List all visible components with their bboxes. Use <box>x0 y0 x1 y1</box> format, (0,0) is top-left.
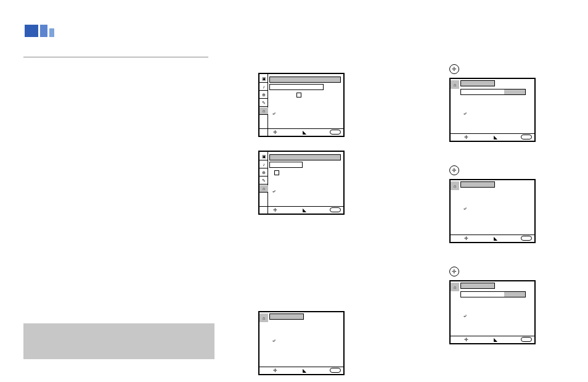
lcd-sidebar: ⌂ <box>259 312 268 374</box>
lcd-sidebar: ⌂ <box>451 281 459 343</box>
lcd-screen-1: ▣ ♪ ⊕ ✎ ⌂ ⤶ ✛ ◣ <box>258 73 345 137</box>
logo-bar-2 <box>40 25 47 37</box>
menu-pill <box>330 130 341 135</box>
setup-icon: ⌂ <box>451 283 459 291</box>
plus-icon: ✛ <box>273 130 277 135</box>
setup-icon: ⌂ <box>259 107 268 115</box>
lcd-bottombar: ✛ ◣ <box>451 235 534 242</box>
globe-icon: ⊕ <box>259 169 268 176</box>
menu-row-highlight <box>269 313 304 320</box>
camera-icon: ▣ <box>259 153 268 160</box>
wrench-icon: ✎ <box>259 99 268 107</box>
lcd-screen-5: ⌂ ⤶ ✛ ◣ <box>449 179 536 243</box>
camera-icon: ▣ <box>259 75 268 83</box>
lcd-main: ⤶ <box>268 152 343 214</box>
music-icon: ♪ <box>259 83 268 91</box>
return-icon: ⤶ <box>272 189 276 194</box>
pointer-icon: ◣ <box>303 207 306 213</box>
submenu-box <box>296 93 301 98</box>
lcd-screen-2: ▣ ♪ ⊕ ✎ ⌂ ⤶ ✛ ◣ <box>258 151 345 215</box>
return-icon: ⤶ <box>272 111 276 117</box>
globe-icon: ⊕ <box>259 91 268 99</box>
menu-pill <box>330 207 341 212</box>
menu-row-2 <box>269 84 324 90</box>
lcd-sidebar: ⌂ <box>451 79 459 141</box>
lcd-bottombar: ✛ ◣ <box>451 336 534 343</box>
note-box <box>23 323 214 359</box>
value-row <box>460 291 526 297</box>
joystick-marker: ✛ <box>449 64 459 74</box>
plus-icon: ✛ <box>273 368 277 373</box>
lcd-screen-4: ⌂ ⤶ ✛ ◣ <box>449 78 536 142</box>
pointer-icon: ◣ <box>303 130 306 135</box>
lcd-screen-3: ⌂ ⤶ ✛ ◣ <box>258 311 345 375</box>
music-icon: ♪ <box>259 161 268 168</box>
menu-pill <box>330 368 341 373</box>
logo <box>25 25 54 37</box>
setup-icon: ⌂ <box>451 181 459 190</box>
menu-row-highlight <box>460 80 495 86</box>
return-icon: ⤶ <box>463 111 467 117</box>
lcd-bottombar: ✛ ◣ <box>259 128 343 136</box>
menu-row-highlight <box>269 77 341 83</box>
menu-row-2 <box>269 162 303 168</box>
return-icon: ⤶ <box>463 313 467 319</box>
pointer-icon: ◣ <box>494 337 497 343</box>
menu-pill <box>521 337 532 342</box>
lcd-bottombar: ✛ ◣ <box>259 206 343 214</box>
logo-bar-3 <box>49 28 54 37</box>
plus-icon: ✛ <box>464 337 468 343</box>
submenu-box <box>274 170 279 175</box>
value-selection <box>504 89 525 94</box>
plus-icon: ✛ <box>464 135 468 140</box>
pointer-icon: ◣ <box>303 368 306 373</box>
value-selection <box>504 292 525 297</box>
lcd-sidebar: ▣ ♪ ⊕ ✎ ⌂ <box>259 152 268 214</box>
plus-icon: ✛ <box>273 207 277 213</box>
pointer-icon: ◣ <box>494 135 497 140</box>
menu-row-highlight <box>460 181 495 188</box>
setup-icon: ⌂ <box>451 80 459 89</box>
return-icon: ⤶ <box>272 338 276 344</box>
pointer-icon: ◣ <box>494 236 497 241</box>
joystick-marker: ✛ <box>449 165 459 175</box>
logo-bar-1 <box>25 25 38 37</box>
return-icon: ⤶ <box>463 206 467 212</box>
lcd-screen-6: ⌂ ⤶ ✛ ◣ <box>449 280 536 344</box>
lcd-bottombar: ✛ ◣ <box>259 367 343 374</box>
lcd-main: ⤶ <box>268 74 343 136</box>
menu-pill <box>521 135 532 139</box>
lcd-sidebar: ⌂ <box>451 180 459 242</box>
section-divider <box>23 57 208 57</box>
joystick-marker: ✛ <box>449 267 459 276</box>
lcd-bottombar: ✛ ◣ <box>451 133 534 141</box>
menu-row-highlight <box>460 283 495 289</box>
wrench-icon: ✎ <box>259 177 268 185</box>
setup-icon: ⌂ <box>259 313 268 322</box>
plus-icon: ✛ <box>464 236 468 241</box>
lcd-sidebar: ▣ ♪ ⊕ ✎ ⌂ <box>259 74 268 136</box>
menu-pill <box>521 236 532 241</box>
menu-row-highlight <box>269 154 341 160</box>
setup-icon: ⌂ <box>259 185 268 193</box>
value-row <box>460 89 526 95</box>
